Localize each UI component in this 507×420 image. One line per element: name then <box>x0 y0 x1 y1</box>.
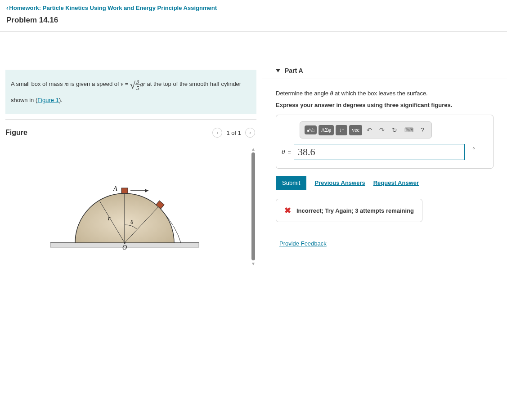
submit-button[interactable]: Submit <box>276 176 306 190</box>
help-icon[interactable]: ? <box>418 125 427 135</box>
unit-label: ∘ <box>472 145 476 152</box>
answer-input[interactable] <box>294 144 465 160</box>
answer-variable: θ <box>282 148 285 156</box>
point-o-label: O <box>122 244 127 251</box>
problem-statement: A small box of mass m is given a speed o… <box>5 70 256 114</box>
figure-count: 1 of 1 <box>226 130 241 136</box>
undo-icon[interactable]: ↶ <box>364 125 375 135</box>
provide-feedback-link[interactable]: Provide Feedback <box>279 240 327 247</box>
templates-button[interactable]: ■x√□ <box>305 125 317 134</box>
figure-scrollbar[interactable]: ▲ ▼ <box>251 147 256 272</box>
greek-button[interactable]: ΑΣφ <box>319 125 334 135</box>
incorrect-icon: ✖ <box>284 206 291 215</box>
equation-toolbar: ■x√□ ΑΣφ ↓↑ vec ↶ ↷ ↻ ⌨ ? <box>300 121 432 139</box>
part-a-header[interactable]: Part A <box>262 32 507 79</box>
answer-box: ■x√□ ΑΣφ ↓↑ vec ↶ ↷ ↻ ⌨ ? θ = <box>276 115 494 169</box>
figure-section: Figure ‹ 1 of 1 › <box>5 119 256 274</box>
breadcrumb: ‹Homework: Particle Kinetics Using Work … <box>0 0 507 12</box>
instruction-format: Express your answer in degrees using thr… <box>276 102 494 108</box>
scroll-down-icon[interactable]: ▼ <box>251 261 256 266</box>
figure-prev-button[interactable]: ‹ <box>212 128 222 138</box>
figure-canvas: O r θ A <box>5 144 256 274</box>
keyboard-icon[interactable]: ⌨ <box>402 125 416 135</box>
figure-label: Figure <box>5 129 211 137</box>
svg-marker-8 <box>145 189 148 192</box>
feedback-message: ✖ Incorrect; Try Again; 3 attempts remai… <box>276 199 422 222</box>
request-answer-link[interactable]: Request Answer <box>373 179 419 186</box>
scroll-up-icon[interactable]: ▲ <box>251 147 256 152</box>
radius-label: r <box>108 215 111 222</box>
redo-icon[interactable]: ↷ <box>377 125 387 135</box>
collapse-icon <box>276 69 280 72</box>
svg-rect-6 <box>121 188 128 193</box>
figure-link[interactable]: Figure 1 <box>37 97 59 103</box>
back-link[interactable]: ‹Homework: Particle Kinetics Using Work … <box>6 4 217 11</box>
instruction-text: Determine the angle θ at which the box l… <box>276 90 494 97</box>
figure-next-button[interactable]: › <box>245 128 255 138</box>
chevron-left-icon: ‹ <box>6 4 8 11</box>
page-title: Problem 14.16 <box>0 12 507 31</box>
point-a-label: A <box>113 185 117 192</box>
arrows-button[interactable]: ↓↑ <box>336 125 347 135</box>
previous-answers-link[interactable]: Previous Answers <box>314 179 365 186</box>
vec-button[interactable]: vec <box>349 125 362 135</box>
angle-label: θ <box>130 219 134 225</box>
reset-icon[interactable]: ↻ <box>389 125 400 135</box>
equals-sign: = <box>287 149 291 156</box>
